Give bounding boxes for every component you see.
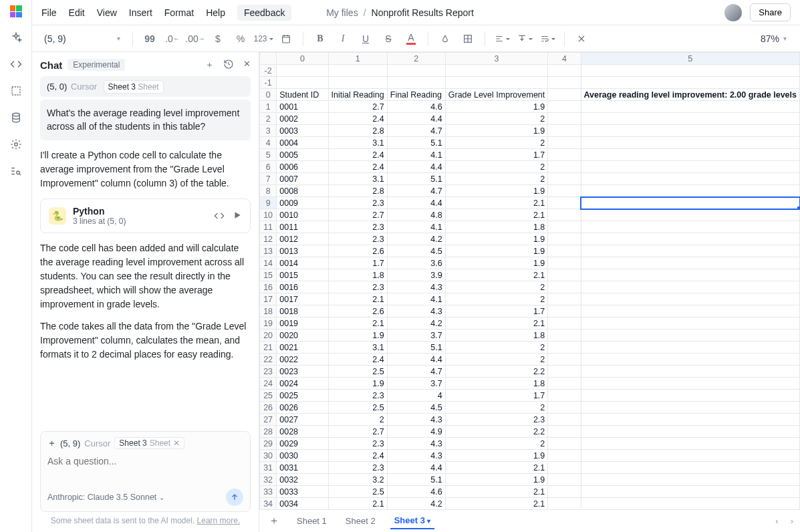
cell[interactable]: 1.9 — [328, 378, 387, 390]
cell[interactable] — [581, 173, 799, 185]
ai-sparkle-icon[interactable] — [9, 31, 23, 44]
cell[interactable] — [548, 89, 581, 101]
cell[interactable]: 4.1 — [387, 293, 445, 305]
cell[interactable]: 0017 — [277, 293, 328, 305]
cell[interactable]: 2.4 — [328, 450, 387, 462]
cell[interactable]: Initial Reading — [328, 89, 387, 101]
chat-input[interactable] — [41, 449, 250, 483]
col-header-1[interactable]: 1 — [328, 53, 387, 65]
cell[interactable]: 4.7 — [387, 366, 445, 378]
row-header[interactable]: 22 — [260, 354, 277, 366]
cell[interactable]: 4.3 — [387, 414, 445, 426]
cell[interactable]: 0026 — [277, 402, 328, 414]
cell[interactable] — [548, 173, 581, 185]
cell[interactable]: 0007 — [277, 173, 328, 185]
new-chat-icon[interactable]: ＋ — [205, 59, 214, 71]
cell[interactable] — [548, 342, 581, 354]
cell[interactable]: 2.3 — [328, 390, 387, 402]
underline-icon[interactable]: U — [356, 29, 376, 49]
cell[interactable]: 2.3 — [445, 414, 548, 426]
cell[interactable]: 2.3 — [328, 221, 387, 233]
currency-icon[interactable]: $ — [208, 29, 228, 49]
cell[interactable]: 2 — [445, 402, 548, 414]
cell[interactable]: 2.5 — [328, 366, 387, 378]
add-sheet-button[interactable]: ＋ — [266, 514, 282, 528]
cell[interactable]: 4.2 — [387, 498, 445, 510]
menu-feedback[interactable]: Feedback — [237, 5, 291, 21]
cell[interactable] — [548, 486, 581, 498]
database-icon[interactable] — [9, 111, 23, 124]
cell[interactable]: 0018 — [277, 305, 328, 317]
cell[interactable] — [581, 414, 799, 426]
cell[interactable] — [548, 498, 581, 510]
cell[interactable] — [277, 77, 328, 89]
cell[interactable]: 0024 — [277, 378, 328, 390]
cell[interactable]: 2.3 — [328, 438, 387, 450]
cell[interactable]: 1.9 — [445, 125, 548, 137]
menu-file[interactable]: File — [41, 7, 57, 18]
cell[interactable] — [548, 113, 581, 125]
cell[interactable] — [548, 65, 581, 77]
cell[interactable]: 2.1 — [445, 462, 548, 474]
cell[interactable]: 1.9 — [445, 474, 548, 486]
cell[interactable] — [548, 185, 581, 197]
row-header[interactable]: -2 — [260, 65, 277, 77]
row-header[interactable]: 23 — [260, 366, 277, 378]
cell[interactable]: 0023 — [277, 366, 328, 378]
cell[interactable]: 2.1 — [445, 498, 548, 510]
cell[interactable] — [548, 378, 581, 390]
row-header[interactable]: 12 — [260, 233, 277, 245]
cell[interactable] — [581, 354, 799, 366]
cell[interactable] — [581, 185, 799, 197]
cell[interactable] — [548, 390, 581, 402]
row-header[interactable]: 28 — [260, 426, 277, 438]
cell[interactable]: 1.8 — [445, 378, 548, 390]
cell[interactable]: 4.9 — [387, 426, 445, 438]
h-align-icon[interactable] — [492, 29, 512, 49]
cell[interactable]: 4.8 — [387, 209, 445, 221]
row-header[interactable]: 5 — [260, 149, 277, 161]
cell[interactable]: 2.4 — [328, 149, 387, 161]
cell[interactable]: 1.9 — [445, 257, 548, 269]
decrease-decimal-icon[interactable]: .0← — [162, 29, 182, 49]
cell[interactable] — [581, 462, 799, 474]
cell[interactable]: 2 — [445, 137, 548, 149]
cell[interactable] — [581, 426, 799, 438]
cell[interactable]: 0012 — [277, 233, 328, 245]
cell[interactable] — [581, 317, 799, 329]
row-header[interactable]: 10 — [260, 209, 277, 221]
menu-help[interactable]: Help — [206, 7, 225, 18]
cell[interactable] — [581, 221, 799, 233]
cell[interactable]: 2.5 — [328, 486, 387, 498]
cell[interactable] — [548, 426, 581, 438]
cell[interactable] — [581, 486, 799, 498]
input-context-sheet-chip[interactable]: Sheet 3 Sheet ✕ — [114, 437, 184, 449]
cell[interactable]: 0032 — [277, 474, 328, 486]
cell[interactable] — [581, 77, 799, 89]
menu-format[interactable]: Format — [164, 7, 194, 18]
cell[interactable]: 2 — [445, 293, 548, 305]
cell[interactable] — [581, 498, 799, 510]
bold-icon[interactable]: B — [310, 29, 330, 49]
cell[interactable]: 2.5 — [328, 402, 387, 414]
cell[interactable]: 3.1 — [328, 137, 387, 149]
row-header[interactable]: 7 — [260, 173, 277, 185]
menu-insert[interactable]: Insert — [129, 7, 152, 18]
cell[interactable]: 2.1 — [445, 197, 548, 209]
cell[interactable] — [328, 77, 387, 89]
add-context-icon[interactable]: ＋ — [47, 437, 56, 449]
cell[interactable] — [581, 305, 799, 317]
cell[interactable]: 2.3 — [328, 462, 387, 474]
cell[interactable]: 2.3 — [328, 197, 387, 209]
cell[interactable]: 0013 — [277, 245, 328, 257]
cell[interactable]: 0029 — [277, 438, 328, 450]
col-header-0[interactable]: 0 — [277, 53, 328, 65]
cell[interactable] — [581, 209, 799, 221]
cell[interactable]: 2 — [445, 354, 548, 366]
cell[interactable]: 2 — [328, 414, 387, 426]
row-header[interactable]: -1 — [260, 77, 277, 89]
cell[interactable] — [548, 474, 581, 486]
cell[interactable] — [581, 450, 799, 462]
cell[interactable]: 3.7 — [387, 378, 445, 390]
cell[interactable]: 5.1 — [387, 137, 445, 149]
